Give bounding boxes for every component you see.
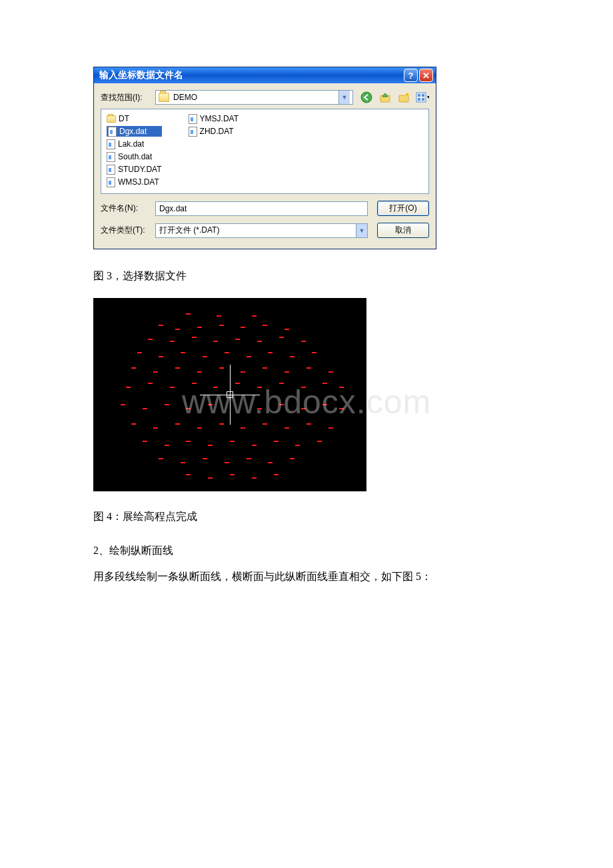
elevation-point xyxy=(306,423,311,425)
elevation-point xyxy=(225,462,229,463)
up-folder-icon[interactable] xyxy=(378,91,392,104)
filename-label: 文件名(N): xyxy=(101,203,155,214)
elevation-point xyxy=(241,327,245,328)
file-name: ZHD.DAT xyxy=(200,127,234,136)
file-item[interactable]: South.dat xyxy=(107,151,162,162)
elevation-point xyxy=(170,341,175,342)
svg-rect-8 xyxy=(422,98,424,101)
file-item[interactable]: Lak.dat xyxy=(107,139,162,149)
elevation-point xyxy=(339,387,344,388)
filetype-combo[interactable]: 打开文件 (*.DAT) ▼ xyxy=(155,223,368,238)
file-name: Lak.dat xyxy=(118,139,144,149)
elevation-point xyxy=(247,356,251,357)
elevation-point xyxy=(143,441,147,442)
dialog-titlebar[interactable]: 输入坐标数据文件名 ? ✕ xyxy=(94,67,436,83)
file-item[interactable]: Dgx.dat xyxy=(107,126,162,137)
file-item[interactable]: WMSJ.DAT xyxy=(107,177,162,187)
elevation-point xyxy=(285,329,289,330)
close-button[interactable]: ✕ xyxy=(419,69,433,82)
elevation-point xyxy=(153,371,158,373)
elevation-point xyxy=(175,423,180,425)
back-icon[interactable] xyxy=(360,91,373,104)
view-menu-icon[interactable] xyxy=(416,91,429,104)
file-name: WMSJ.DAT xyxy=(118,177,159,187)
filetype-label: 文件类型(T): xyxy=(101,225,155,236)
elevation-point xyxy=(263,423,267,425)
elevation-point xyxy=(252,445,257,446)
file-item[interactable]: YMSJ.DAT xyxy=(189,113,239,124)
elevation-point xyxy=(268,462,273,463)
elevation-point xyxy=(274,441,279,442)
file-name: YMSJ.DAT xyxy=(200,114,239,123)
figure3-caption: 图 3，选择数据文件 xyxy=(93,267,520,286)
elevation-point xyxy=(306,367,311,369)
elevation-point xyxy=(263,367,267,369)
file-icon xyxy=(107,139,115,149)
elevation-point xyxy=(197,327,202,328)
elevation-point xyxy=(322,404,327,405)
file-item[interactable]: ZHD.DAT xyxy=(189,126,239,137)
look-in-combo[interactable]: DEMO ▼ xyxy=(155,90,353,105)
file-icon xyxy=(107,177,115,187)
chevron-down-icon[interactable]: ▼ xyxy=(356,224,367,237)
look-in-label: 查找范围(I): xyxy=(101,92,155,103)
file-list[interactable]: DTDgx.datLak.datSouth.datSTUDY.DATWMSJ.D… xyxy=(101,109,429,194)
filename-input[interactable]: Dgx.dat xyxy=(155,201,368,216)
step2-body: 用多段线绘制一条纵断面线，横断面与此纵断面线垂直相交，如下图 5： xyxy=(93,565,520,588)
elevation-point xyxy=(186,474,191,475)
elevation-point xyxy=(192,337,197,338)
elevation-point xyxy=(137,352,142,353)
file-icon xyxy=(189,127,197,137)
help-button[interactable]: ? xyxy=(404,69,418,82)
elevation-point xyxy=(143,408,147,409)
file-icon xyxy=(108,127,117,137)
elevation-point xyxy=(175,367,180,369)
elevation-point xyxy=(165,445,169,446)
svg-rect-7 xyxy=(418,98,420,101)
elevation-point xyxy=(328,371,333,373)
file-icon xyxy=(107,152,115,162)
elevation-point xyxy=(197,427,202,429)
file-icon xyxy=(189,114,197,124)
elevation-point xyxy=(208,477,213,479)
elevation-point xyxy=(328,427,333,429)
svg-rect-6 xyxy=(422,94,424,97)
elevation-point xyxy=(165,404,169,405)
new-folder-icon[interactable] xyxy=(397,91,410,104)
elevation-point xyxy=(235,339,240,340)
file-name: South.dat xyxy=(118,152,152,161)
elevation-point xyxy=(268,352,273,353)
elevation-point xyxy=(339,408,344,409)
elevation-point xyxy=(192,383,197,384)
elevation-point xyxy=(247,458,251,459)
figure4-caption: 图 4：展绘高程点完成 xyxy=(93,507,520,527)
dialog-title: 输入坐标数据文件名 xyxy=(99,69,402,81)
elevation-point xyxy=(279,337,284,338)
cancel-button[interactable]: 取消 xyxy=(377,223,429,238)
elevation-point xyxy=(257,387,262,388)
elevation-point xyxy=(285,371,289,373)
elevation-point xyxy=(186,313,191,315)
elevation-point xyxy=(322,383,327,384)
elevation-point xyxy=(159,458,163,459)
elevation-point xyxy=(126,387,131,388)
elevation-point xyxy=(279,383,284,384)
elevation-point xyxy=(203,458,207,459)
chevron-down-icon[interactable]: ▼ xyxy=(338,91,350,104)
elevation-point xyxy=(241,371,245,373)
file-name: Dgx.dat xyxy=(119,127,147,136)
file-item[interactable]: DT xyxy=(107,113,162,124)
elevation-point xyxy=(213,341,218,342)
elevation-point xyxy=(217,315,221,317)
elevation-point xyxy=(213,387,218,388)
file-item[interactable]: STUDY.DAT xyxy=(107,164,162,175)
elevation-point xyxy=(219,325,224,326)
open-button[interactable]: 打开(O) xyxy=(377,201,429,216)
elevation-point xyxy=(225,352,229,353)
elevation-point xyxy=(219,423,224,425)
elevation-point xyxy=(317,441,322,442)
elevation-point xyxy=(230,474,235,475)
folder-icon xyxy=(107,115,116,123)
elevation-point xyxy=(159,325,163,326)
elevation-point xyxy=(263,325,267,326)
